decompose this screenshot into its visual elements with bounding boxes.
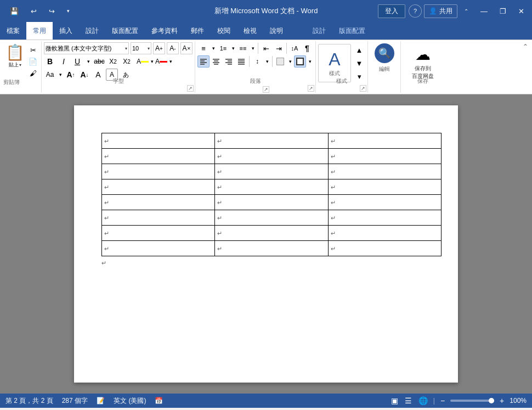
- table-cell[interactable]: ↵: [102, 241, 215, 256]
- menu-help[interactable]: 說明: [263, 22, 290, 40]
- quick-access-more[interactable]: ▾: [61, 6, 75, 16]
- table-cell[interactable]: ↵: [328, 195, 441, 210]
- decrease-indent-button[interactable]: ⇤: [260, 42, 272, 54]
- font-size-increase-button[interactable]: A+: [153, 42, 165, 54]
- font-expand-icon[interactable]: ↗: [187, 85, 194, 92]
- bold-button[interactable]: B: [44, 55, 56, 68]
- numbering-dropdown[interactable]: ▾: [230, 42, 236, 54]
- format-painter-button[interactable]: 🖌: [27, 68, 39, 78]
- document-area[interactable]: ↵ ↵ ↵ ↵ ↵ ↵ ↵ ↵ ↵ ↵: [0, 94, 532, 394]
- line-spacing-dropdown[interactable]: ▾: [264, 55, 270, 68]
- paragraph-expand-icon[interactable]: ↗: [308, 85, 314, 92]
- paste-dropdown[interactable]: 貼上 ▾: [9, 61, 21, 69]
- font-size-decrease-button[interactable]: A-: [167, 42, 179, 54]
- border-button[interactable]: [294, 55, 306, 68]
- multilevel-button[interactable]: ≡≡: [237, 42, 249, 54]
- table-cell[interactable]: ↵: [328, 164, 441, 179]
- align-center-button[interactable]: [210, 55, 222, 68]
- menu-insert[interactable]: 插入: [53, 22, 79, 40]
- menu-layout[interactable]: 版面配置: [105, 22, 145, 40]
- numbering-button[interactable]: 1≡: [217, 42, 229, 54]
- font-size-select[interactable]: 10 ▾: [131, 42, 151, 54]
- align-left-button[interactable]: [197, 55, 210, 68]
- table-cell[interactable]: ↵: [215, 133, 328, 149]
- bullets-dropdown[interactable]: ▾: [210, 42, 217, 54]
- restore-button[interactable]: ❐: [494, 5, 512, 18]
- sort-button[interactable]: ↕A: [288, 42, 301, 54]
- underline-dropdown[interactable]: ▾: [85, 55, 92, 68]
- table-cell[interactable]: ↵: [215, 149, 328, 164]
- table-cell[interactable]: ↵: [102, 195, 215, 210]
- table-cell[interactable]: ↵: [215, 226, 328, 241]
- ribbon-toggle-icon[interactable]: ⌃: [459, 6, 474, 16]
- close-button[interactable]: ✕: [513, 5, 530, 18]
- view-normal-button[interactable]: ▣: [390, 396, 399, 405]
- ribbon-collapse-button[interactable]: ⌃: [521, 42, 530, 51]
- table-cell[interactable]: ↵: [328, 133, 441, 149]
- style-expand[interactable]: ▾: [353, 70, 365, 82]
- save-cloud-button[interactable]: ☁ 保存到 百度网盘: [408, 43, 438, 82]
- text-case-button[interactable]: Aa: [44, 69, 56, 81]
- superscript-button[interactable]: X2: [121, 55, 133, 68]
- menu-table-design[interactable]: 設計: [306, 22, 332, 40]
- italic-button[interactable]: I: [58, 55, 70, 68]
- table-cell[interactable]: ↵: [215, 241, 328, 256]
- undo-icon[interactable]: ↩: [25, 5, 42, 18]
- copy-button[interactable]: 📄: [27, 56, 39, 67]
- table-cell[interactable]: ↵: [215, 179, 328, 195]
- line-spacing-button[interactable]: ↕: [251, 55, 263, 68]
- table-cell[interactable]: ↵: [328, 149, 441, 164]
- cut-button[interactable]: ✂: [27, 44, 39, 55]
- menu-review[interactable]: 校閱: [211, 22, 237, 40]
- table-cell[interactable]: ↵: [102, 149, 215, 164]
- table-cell[interactable]: ↵: [215, 210, 328, 226]
- table-cell[interactable]: ↵: [328, 210, 441, 226]
- table-cell[interactable]: ↵: [328, 241, 441, 256]
- view-web-button[interactable]: 🌐: [417, 396, 429, 405]
- help-icon[interactable]: ?: [409, 4, 422, 18]
- font-color-dropdown[interactable]: ▾: [168, 55, 173, 68]
- font-size-smaller[interactable]: A↓: [78, 69, 90, 81]
- font-special-button[interactable]: A: [92, 69, 104, 81]
- table-cell[interactable]: ↵: [102, 133, 215, 149]
- justify-button[interactable]: [235, 55, 247, 68]
- search-button[interactable]: 🔍: [375, 43, 394, 63]
- style-scroll-down[interactable]: ▼: [353, 57, 365, 69]
- table-cell[interactable]: ↵: [215, 164, 328, 179]
- style-scroll-up[interactable]: ▲: [353, 44, 365, 56]
- menu-view[interactable]: 檢視: [237, 22, 263, 40]
- highlight-dropdown[interactable]: ▾: [149, 55, 155, 68]
- menu-home[interactable]: 常用: [26, 22, 53, 40]
- minimize-button[interactable]: —: [475, 5, 493, 18]
- zoom-level[interactable]: 100%: [510, 397, 527, 405]
- shading-button[interactable]: [274, 55, 286, 68]
- border-dropdown[interactable]: ▾: [307, 55, 313, 68]
- table-cell[interactable]: ↵: [102, 226, 215, 241]
- style-expand-icon[interactable]: ↗: [360, 85, 366, 92]
- align-right-button[interactable]: [223, 55, 235, 68]
- style-preview-button[interactable]: A 樣式: [318, 44, 351, 82]
- table-cell[interactable]: ↵: [328, 226, 441, 241]
- quick-save-icon[interactable]: 💾: [4, 5, 24, 18]
- font-highlight-button[interactable]: A: [137, 55, 149, 68]
- font-color-button[interactable]: A: [155, 55, 167, 68]
- strikethrough-button[interactable]: abc: [93, 55, 105, 68]
- menu-references[interactable]: 參考資料: [145, 22, 184, 40]
- login-button[interactable]: 登入: [378, 4, 405, 18]
- table-cell[interactable]: ↵: [102, 210, 215, 226]
- underline-button[interactable]: U: [71, 55, 83, 68]
- menu-mailings[interactable]: 郵件: [184, 22, 211, 40]
- multilevel-dropdown[interactable]: ▾: [250, 42, 256, 54]
- clear-format-button[interactable]: A✕: [180, 42, 193, 54]
- increase-indent-button[interactable]: ⇥: [273, 42, 285, 54]
- language-info[interactable]: 英文 (美國): [114, 396, 146, 406]
- word-count[interactable]: 287 個字: [62, 396, 88, 406]
- menu-design[interactable]: 設計: [79, 22, 105, 40]
- table-cell[interactable]: ↵: [102, 164, 215, 179]
- page-info[interactable]: 第 2 頁，共 2 頁: [5, 396, 53, 406]
- font-name-select[interactable]: 微軟雅黑 (本文中文字型) ▾: [44, 42, 129, 54]
- subscript-button[interactable]: X2: [107, 55, 119, 68]
- show-marks-button[interactable]: ¶: [301, 42, 313, 54]
- menu-file[interactable]: 檔案: [0, 22, 26, 40]
- table-cell[interactable]: ↵: [328, 179, 441, 195]
